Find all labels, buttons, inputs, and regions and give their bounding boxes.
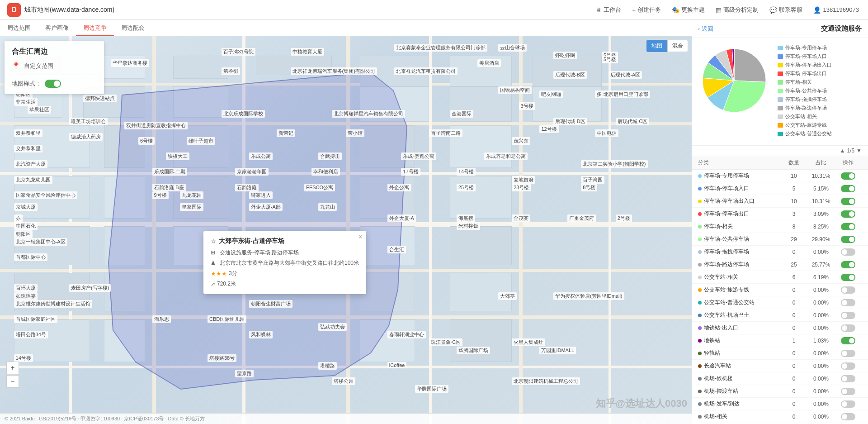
nav-customer-service[interactable]: 💬 联系客服: [769, 6, 802, 14]
map-label: 火星人集成灶: [512, 338, 545, 346]
row-toggle-cell: [835, 248, 862, 256]
tab-surrounding-range[interactable]: 周边范围: [0, 20, 38, 36]
map-label: iCoffee: [387, 362, 407, 368]
row-toggle-cell: [835, 400, 862, 408]
app-logo: D 城市地图(www.data-dance.com): [0, 3, 122, 17]
legend-item: 停车场-路边停车场: [778, 105, 862, 111]
map-label: 14号楼: [457, 168, 476, 176]
prev-page-button[interactable]: ▲: [840, 148, 845, 154]
map-label: 广重金茂府: [567, 214, 596, 222]
nav-create-task[interactable]: + 创建任务: [632, 6, 661, 14]
map-label: 8号楼: [581, 184, 597, 191]
row-toggle[interactable]: [841, 350, 855, 357]
tab-surrounding-competition[interactable]: 周边竞争: [76, 20, 114, 36]
pagination-row: ▲ 1/5 ▼: [692, 146, 868, 156]
map-style-toggle[interactable]: [45, 80, 61, 88]
table-row: 地铁站 1 1.03%: [692, 334, 868, 347]
row-toggle[interactable]: [841, 172, 855, 180]
map-label: 义井恭和里: [14, 145, 42, 152]
map-label: 北京一轻集团中心-A区: [14, 238, 67, 246]
stars-icon: ★★★: [211, 270, 227, 277]
nav-advanced-analysis[interactable]: ▦ 高级分析定制: [716, 6, 759, 14]
row-count: 1: [780, 338, 807, 344]
map-label: 金茂荟: [512, 214, 530, 222]
row-toggle[interactable]: [841, 286, 855, 294]
map-background[interactable]: 百子湾31号院 中核教育大厦 北京赛蒙泰企业管理服务有限公司门诊部 云山合球场 …: [0, 36, 692, 424]
row-count: 0: [780, 376, 807, 382]
nav-workbench[interactable]: 🖥 工作台: [595, 6, 621, 14]
legend-item: 停车场-相关: [778, 79, 862, 86]
map-label: 国家食品安全风险评估中心: [14, 191, 77, 199]
map-type-hybrid[interactable]: 混合: [667, 40, 688, 52]
zoom-in-button[interactable]: +: [6, 362, 19, 374]
row-pct: 0.00%: [807, 401, 835, 407]
row-toggle[interactable]: [841, 185, 855, 192]
row-toggle[interactable]: [841, 210, 855, 218]
map-label: 塔田公路34号: [14, 331, 48, 338]
back-arrow-icon: ‹: [698, 25, 700, 32]
map-label: 茂兴东: [512, 137, 530, 145]
map-label: 麦田房产(写字楼): [69, 284, 111, 292]
map-label: 乐成-赛跑公寓: [401, 152, 436, 160]
row-toggle-cell: [835, 388, 862, 395]
row-count: 0: [780, 388, 807, 395]
row-category: 机场-发车/到达: [698, 400, 780, 408]
favorite-icon[interactable]: ☆: [211, 238, 216, 245]
map-label: 非常生活: [14, 98, 38, 106]
row-toggle[interactable]: [841, 388, 855, 395]
row-count: 10: [780, 198, 807, 205]
row-toggle[interactable]: [841, 413, 855, 420]
row-toggle-cell: [835, 274, 862, 281]
row-toggle[interactable]: [841, 312, 855, 319]
map-label: 皇家国际: [180, 203, 203, 211]
map-label: 京家老老年园: [235, 168, 269, 176]
row-toggle[interactable]: [841, 337, 855, 344]
map-label: 外企大厦-A部: [249, 203, 283, 211]
map-label: 百环大厦: [14, 284, 38, 292]
row-count: 8: [780, 224, 807, 230]
map-label: 第叁街: [222, 67, 240, 75]
zoom-out-button[interactable]: −: [6, 375, 19, 388]
nav-change-theme[interactable]: 🎭 更换主题: [672, 6, 705, 14]
row-category: 地铁站-出入口: [698, 324, 780, 332]
row-toggle[interactable]: [841, 248, 855, 256]
map-label: 亦: [14, 214, 23, 222]
row-toggle-cell: [835, 299, 862, 306]
tab-surrounding-support[interactable]: 周边配套: [114, 20, 152, 36]
popup-distance-row: ↗ 720.2米: [211, 280, 359, 288]
row-toggle[interactable]: [841, 223, 855, 230]
map-label: 乐成公寓: [249, 152, 273, 160]
legend-item: 停车场-公共停车场: [778, 87, 862, 94]
row-toggle[interactable]: [841, 299, 855, 306]
row-toggle[interactable]: [841, 362, 855, 370]
map-label: CBD国际幼儿园: [208, 315, 246, 323]
tab-customer-portrait[interactable]: 客户画像: [38, 20, 76, 36]
popup-close-button[interactable]: ×: [359, 233, 363, 241]
map-label: 望京路: [235, 370, 254, 377]
row-toggle[interactable]: [841, 236, 855, 243]
table-row: 停车场-停车场入口 5 5.15%: [692, 182, 868, 195]
row-toggle[interactable]: [841, 324, 855, 332]
map-label: 铁板大工: [166, 152, 189, 160]
row-toggle[interactable]: [841, 375, 855, 382]
back-button[interactable]: ‹ 返回: [698, 25, 713, 33]
location-popup: × ☆ 大郊亭东街-占道停车场 ⊞ 交通设施服务-停车场,路边停车场 ♟ 北京市…: [203, 231, 366, 294]
data-table: 分类 数量 占比 操作 停车场-专用停车场 10 10.31% 停车场-停车场入…: [692, 156, 868, 424]
row-toggle[interactable]: [841, 261, 855, 268]
map-label: 塔楼路38号: [208, 354, 236, 362]
nav-user[interactable]: 👤 13811969073: [813, 6, 859, 14]
map-label: 华腾国际广场: [415, 385, 448, 393]
table-row: 机场-发车/到达 0 0.00%: [692, 398, 868, 410]
row-category: 地铁站: [698, 337, 780, 344]
panel-title: 合生汇周边: [12, 47, 97, 57]
row-toggle[interactable]: [841, 198, 855, 205]
map-type-map[interactable]: 地图: [646, 40, 667, 52]
map-label: 乐成国际-二期: [152, 168, 188, 176]
map-label: 国锐易构空间: [498, 86, 532, 94]
next-page-button[interactable]: ▼: [856, 148, 862, 154]
map-label: 朝阳区: [14, 230, 33, 238]
map-label: 北京朝阳建筑机械工程总公司: [512, 377, 580, 385]
map-label: 华腾国际广场: [457, 347, 490, 354]
row-toggle[interactable]: [841, 274, 855, 281]
row-toggle[interactable]: [841, 400, 855, 408]
